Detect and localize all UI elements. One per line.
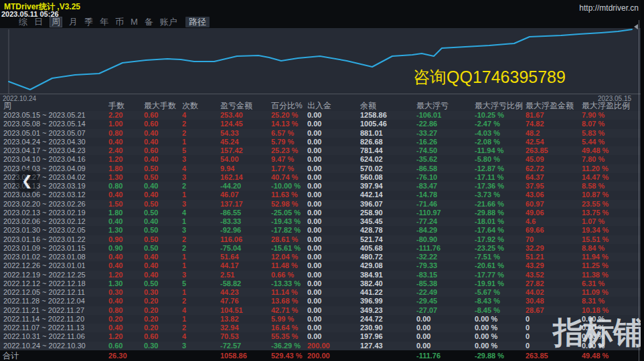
menu-item-10[interactable]: 账户 bbox=[160, 17, 177, 27]
table-row[interactable]: 2022.12.12 ~ 2022.12.181.300.505-58.82-1… bbox=[0, 279, 644, 288]
table-row[interactable]: 2022.12.26 ~ 2023.01.010.400.40144.1711.… bbox=[0, 261, 644, 270]
cell-io: 0.00 bbox=[306, 235, 359, 244]
cell-pnl: 1058.86 bbox=[219, 350, 270, 361]
menu-item-2[interactable]: 日 bbox=[34, 17, 43, 27]
cell-mdd: -74.50 bbox=[415, 146, 473, 155]
cell-mfp: 49.06 bbox=[524, 209, 580, 217]
table-row[interactable]: 2023.05.01 ~ 2023.05.070.800.40254.336.5… bbox=[0, 129, 644, 138]
menu-item-8[interactable]: M bbox=[131, 17, 138, 27]
table-row[interactable]: 2022.11.28 ~ 2022.12.040.400.20247.7613.… bbox=[0, 297, 644, 306]
table-row[interactable]: 2023.04.17 ~ 2023.04.232.400.605157.4225… bbox=[0, 146, 644, 155]
table-row[interactable]: 2023.01.16 ~ 2023.01.220.900.502116.0628… bbox=[0, 235, 644, 244]
column-header: 盈亏金额 bbox=[219, 100, 270, 111]
table-row[interactable]: 2022.11.21 ~ 2022.11.270.800.204104.5142… bbox=[0, 306, 644, 315]
cell-mdd: -29.45 bbox=[415, 297, 473, 306]
cell-mdd: -22.86 bbox=[415, 120, 473, 128]
path-button[interactable]: 路径 bbox=[185, 17, 210, 27]
table-row[interactable]: 2023.01.30 ~ 2023.02.051.300.503-92.96-1… bbox=[0, 226, 644, 235]
table-row[interactable]: 2023.03.13 ~ 2023.03.190.800.402-44.20-1… bbox=[0, 182, 644, 191]
menu-item-6[interactable]: 年 bbox=[100, 17, 108, 27]
cell-mfpp: 15.51 % bbox=[580, 235, 644, 244]
cell-pct: -15.61 % bbox=[270, 244, 306, 253]
cell-n: 5 bbox=[181, 146, 219, 155]
cell-pct: 11.63 % bbox=[270, 191, 306, 199]
cell-lots: 0.40 bbox=[107, 261, 143, 270]
cell-pct: -13.33 % bbox=[270, 279, 306, 288]
table-row[interactable]: 2023.02.06 ~ 2023.02.120.400.401-83.33-1… bbox=[0, 217, 644, 226]
cell-n: 2 bbox=[181, 324, 219, 332]
table-row[interactable]: 2023.02.13 ~ 2023.02.191.800.504-86.55-2… bbox=[0, 209, 644, 217]
menu-item-5[interactable]: 季 bbox=[84, 17, 93, 27]
menu-item-1[interactable]: 综 bbox=[19, 17, 27, 27]
cell-pnl: 104.51 bbox=[219, 306, 270, 315]
cell-ml: 0.50 bbox=[143, 244, 181, 253]
weekly-stats-table: 2023.05.15 ~ 2023.05.212.200.604253.4025… bbox=[0, 111, 644, 350]
cell-mddp: -17.64 % bbox=[473, 226, 524, 235]
cell-bal: 244.72 bbox=[359, 315, 415, 324]
column-header: 最大浮亏 bbox=[415, 100, 473, 111]
cell-mddp: -8.43 % bbox=[473, 297, 524, 306]
cell-ml: 0.60 bbox=[143, 146, 181, 155]
column-header: 最大浮盈比例 bbox=[580, 100, 644, 111]
table-row[interactable]: 2023.01.09 ~ 2023.01.150.900.502-75.04-1… bbox=[0, 244, 644, 253]
cell-mfp: 69.66 bbox=[524, 226, 580, 235]
right-scrollbar-line[interactable] bbox=[639, 20, 639, 361]
cell-pct: 55.35 % bbox=[270, 332, 306, 341]
cell-mdd: -32.22 bbox=[415, 253, 473, 261]
cell-pct: 13.68 % bbox=[270, 297, 306, 306]
table-row[interactable]: 2023.05.08 ~ 2023.05.141.000.602124.4514… bbox=[0, 120, 644, 128]
table-row[interactable]: 2023.03.27 ~ 2023.04.021.300.503162.1440… bbox=[0, 173, 644, 182]
cell-mfp: 62.72 bbox=[524, 164, 580, 173]
table-row[interactable]: 2023.03.06 ~ 2023.03.120.400.40146.0711.… bbox=[0, 191, 644, 199]
table-row[interactable]: 2022.10.31 ~ 2022.11.061.200.60470.5355.… bbox=[0, 332, 644, 341]
cell-io: 0.00 bbox=[306, 200, 359, 209]
cell-n: 2 bbox=[181, 297, 219, 306]
menu-item-3[interactable]: 周 bbox=[50, 17, 62, 27]
menu-item-7[interactable]: 币 bbox=[115, 17, 124, 27]
cell-bal: 624.02 bbox=[359, 155, 415, 164]
cell-lots: 1.20 bbox=[107, 271, 143, 279]
cell-io: 0.00 bbox=[306, 332, 359, 341]
cell-ml: 0.30 bbox=[143, 288, 181, 297]
cell-mddp: -10.25 % bbox=[473, 111, 524, 120]
cell-ml: 0.40 bbox=[143, 217, 181, 226]
cell-ml: 0.40 bbox=[143, 182, 181, 191]
table-row[interactable]: 2023.01.02 ~ 2023.01.080.400.40151.6412.… bbox=[0, 253, 644, 261]
cell-ml: 0.50 bbox=[143, 209, 181, 217]
cell-io: 0.00 bbox=[306, 315, 359, 324]
cell-n: 3 bbox=[181, 271, 219, 279]
table-row[interactable]: 2022.11.14 ~ 2022.11.200.200.20113.825.9… bbox=[0, 315, 644, 324]
menu-item-9[interactable]: 备 bbox=[145, 17, 153, 27]
cell-mddp: -17.77 % bbox=[473, 271, 524, 279]
cell-n: 4 bbox=[181, 306, 219, 315]
back-chevron-icon[interactable]: ❮ bbox=[15, 168, 39, 193]
menu-item-4[interactable]: 月 bbox=[69, 17, 78, 27]
table-row[interactable]: 2023.04.10 ~ 2023.04.161.200.40354.009.4… bbox=[0, 155, 644, 164]
cell-n: 3 bbox=[181, 226, 219, 235]
table-row[interactable]: 2023.02.20 ~ 2023.02.261.500.503137.1752… bbox=[0, 200, 644, 209]
table-row[interactable]: 2022.12.19 ~ 2022.12.251.200.4032.510.66… bbox=[0, 271, 644, 279]
cell-n: 4 bbox=[181, 111, 219, 120]
cell-ml: 0.20 bbox=[143, 315, 181, 324]
table-row[interactable]: 2023.04.24 ~ 2023.04.300.400.40145.245.7… bbox=[0, 138, 644, 146]
table-row[interactable]: 2023.05.15 ~ 2023.05.212.200.604253.4025… bbox=[0, 111, 644, 120]
column-header: 百分比% bbox=[270, 100, 306, 111]
cell-d: 合计 bbox=[0, 350, 107, 361]
column-header: 余额 bbox=[359, 100, 415, 111]
table-row[interactable]: 2022.11.07 ~ 2022.11.130.400.20232.9416.… bbox=[0, 324, 644, 332]
cell-bal: 405.68 bbox=[359, 244, 415, 253]
cell-mfp: 37.95 bbox=[524, 182, 580, 191]
cell-io: 0.00 bbox=[306, 173, 359, 182]
column-header: 最大浮亏比例 bbox=[473, 100, 524, 111]
cell-io: 0.00 bbox=[306, 271, 359, 279]
cell-mfp: 70 bbox=[524, 235, 580, 244]
cell-mdd: -111.76 bbox=[415, 244, 473, 253]
cell-bal bbox=[359, 350, 415, 361]
cell-pct: 5.79 % bbox=[270, 138, 306, 146]
table-row[interactable]: 2022.10.24 ~ 2022.10.300.600.303-72.57-3… bbox=[0, 342, 644, 350]
cell-mfpp: 23.55 % bbox=[580, 200, 644, 209]
cell-mdd: 0.00 bbox=[415, 324, 473, 332]
table-row[interactable]: 2023.04.03 ~ 2023.04.091.800.5049.941.77… bbox=[0, 164, 644, 173]
table-row[interactable]: 2022.12.05 ~ 2022.12.110.300.30144.2311.… bbox=[0, 288, 644, 297]
cell-d: 2022.12.12 ~ 2022.12.18 bbox=[0, 279, 107, 288]
